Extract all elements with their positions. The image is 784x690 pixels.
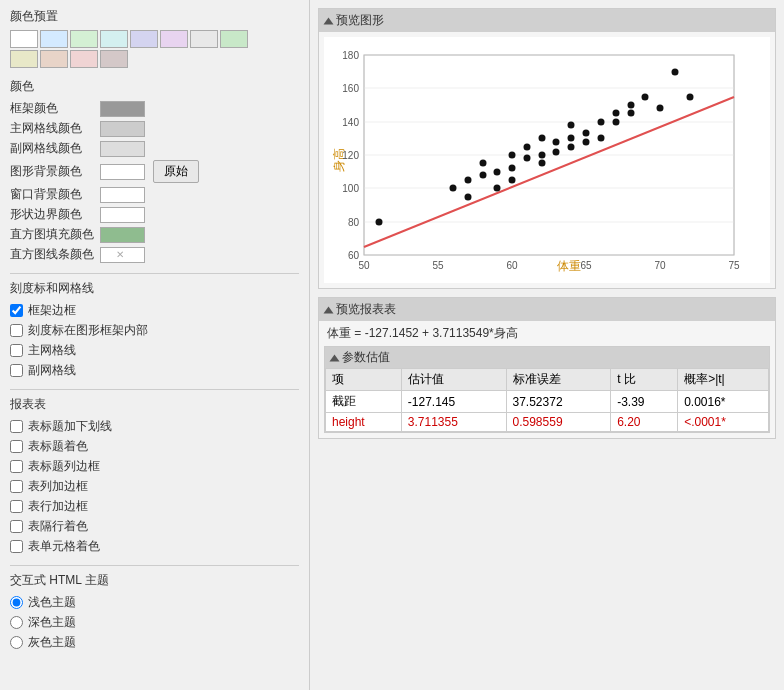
chart-container: 身高 体重 180 160 140 bbox=[324, 37, 770, 283]
checkbox-label-alternating: 表隔行着色 bbox=[28, 518, 88, 535]
checkbox-ticks-inside[interactable] bbox=[10, 324, 23, 337]
color-box-frame[interactable] bbox=[100, 101, 145, 117]
checkbox-row-frame-border: 框架边框 bbox=[10, 302, 299, 319]
color-swatch[interactable] bbox=[70, 50, 98, 68]
radio-light-theme[interactable] bbox=[10, 596, 23, 609]
svg-point-48 bbox=[628, 110, 635, 117]
col-header-name: 项 bbox=[326, 369, 402, 391]
svg-point-27 bbox=[494, 185, 501, 192]
checkbox-row-title-underline: 表标题加下划线 bbox=[10, 418, 299, 435]
color-swatch[interactable] bbox=[190, 30, 218, 48]
collapse-chart-icon[interactable] bbox=[324, 17, 334, 24]
checkbox-title-col-border[interactable] bbox=[10, 460, 23, 473]
svg-text:180: 180 bbox=[342, 50, 359, 61]
color-presets-title: 颜色预置 bbox=[10, 8, 299, 25]
color-swatch[interactable] bbox=[70, 30, 98, 48]
svg-point-40 bbox=[568, 135, 575, 142]
checkbox-label-row-border: 表行加边框 bbox=[28, 498, 88, 515]
color-box-hist-fill[interactable] bbox=[100, 227, 145, 243]
color-swatch[interactable] bbox=[10, 30, 38, 48]
color-box-window-bg[interactable] bbox=[100, 187, 145, 203]
svg-point-50 bbox=[642, 94, 649, 101]
color-swatch[interactable] bbox=[40, 30, 68, 48]
preview-table-header: 预览报表表 bbox=[319, 298, 775, 321]
svg-point-43 bbox=[583, 130, 590, 137]
cell-estimate-intercept: -127.145 bbox=[401, 391, 506, 413]
color-box-shape-border[interactable] bbox=[100, 207, 145, 223]
color-swatch[interactable] bbox=[10, 50, 38, 68]
color-swatch[interactable] bbox=[160, 30, 188, 48]
col-header-se: 标准误差 bbox=[506, 369, 611, 391]
svg-point-37 bbox=[553, 149, 560, 156]
color-box-graph-bg[interactable] bbox=[100, 164, 145, 180]
cell-estimate-height: 3.711355 bbox=[401, 413, 506, 432]
right-panel: 预览图形 身高 体重 180 160 bbox=[310, 0, 784, 690]
collapse-params-icon[interactable] bbox=[330, 354, 340, 361]
checkbox-label-major-grid: 主网格线 bbox=[28, 342, 76, 359]
checkbox-frame-border[interactable] bbox=[10, 304, 23, 317]
svg-point-30 bbox=[509, 165, 516, 172]
svg-point-49 bbox=[628, 102, 635, 109]
color-swatch[interactable] bbox=[130, 30, 158, 48]
checkbox-label-title-color: 表标题着色 bbox=[28, 438, 88, 455]
params-title: 参数估值 bbox=[342, 349, 390, 366]
color-label-hist-line: 直方图线条颜色 bbox=[10, 246, 100, 263]
tickmarks-title: 刻度标和网格线 bbox=[10, 280, 299, 297]
color-swatch[interactable] bbox=[40, 50, 68, 68]
svg-text:70: 70 bbox=[654, 260, 666, 271]
svg-text:60: 60 bbox=[506, 260, 518, 271]
svg-point-38 bbox=[553, 139, 560, 146]
checkbox-alternating[interactable] bbox=[10, 520, 23, 533]
color-label-graph-bg: 图形背景颜色 bbox=[10, 163, 100, 180]
checkbox-title-underline[interactable] bbox=[10, 420, 23, 433]
checkbox-cell-color[interactable] bbox=[10, 540, 23, 553]
color-swatch[interactable] bbox=[100, 30, 128, 48]
color-box-minor-grid[interactable] bbox=[100, 141, 145, 157]
checkbox-row-major-grid: 主网格线 bbox=[10, 342, 299, 359]
color-row-shape-border: 形状边界颜色 bbox=[10, 206, 299, 223]
color-box-hist-line[interactable] bbox=[100, 247, 145, 263]
checkbox-minor-grid[interactable] bbox=[10, 364, 23, 377]
svg-point-21 bbox=[376, 219, 383, 226]
preview-table-block: 预览报表表 体重 = -127.1452 + 3.7113549*身高 参数估值… bbox=[318, 297, 776, 439]
html-theme-title: 交互式 HTML 主题 bbox=[10, 572, 299, 589]
reset-button[interactable]: 原始 bbox=[153, 160, 199, 183]
svg-point-26 bbox=[480, 160, 487, 167]
report-table-section: 报表表 表标题加下划线 表标题着色 表标题列边框 表列加边框 表行加边框 表隔行… bbox=[10, 396, 299, 555]
radio-gray-theme[interactable] bbox=[10, 636, 23, 649]
svg-text:65: 65 bbox=[580, 260, 592, 271]
color-swatch[interactable] bbox=[100, 50, 128, 68]
color-label-window-bg: 窗口背景颜色 bbox=[10, 186, 100, 203]
svg-point-22 bbox=[450, 185, 457, 192]
color-label-shape-border: 形状边界颜色 bbox=[10, 206, 100, 223]
left-panel: 颜色预置 颜色 框架颜色 主网格线颜色 副网格线颜色 bbox=[0, 0, 310, 690]
color-row-frame: 框架颜色 bbox=[10, 100, 299, 117]
svg-point-25 bbox=[480, 172, 487, 179]
checkbox-col-border[interactable] bbox=[10, 480, 23, 493]
checkbox-label-title-underline: 表标题加下划线 bbox=[28, 418, 112, 435]
color-box-major-grid[interactable] bbox=[100, 121, 145, 137]
checkbox-row-col-border: 表列加边框 bbox=[10, 478, 299, 495]
color-swatch[interactable] bbox=[220, 30, 248, 48]
cell-p-height: <.0001* bbox=[678, 413, 769, 432]
checkbox-title-color[interactable] bbox=[10, 440, 23, 453]
color-label-minor-grid: 副网格线颜色 bbox=[10, 140, 100, 157]
svg-text:80: 80 bbox=[348, 217, 360, 228]
report-table-title: 报表表 bbox=[10, 396, 299, 413]
params-header: 参数估值 bbox=[325, 347, 769, 368]
cell-se-height: 0.598559 bbox=[506, 413, 611, 432]
color-label-frame: 框架颜色 bbox=[10, 100, 100, 117]
svg-text:160: 160 bbox=[342, 83, 359, 94]
checkbox-row-border[interactable] bbox=[10, 500, 23, 513]
svg-point-36 bbox=[539, 135, 546, 142]
radio-dark-theme[interactable] bbox=[10, 616, 23, 629]
svg-point-42 bbox=[583, 139, 590, 146]
checkbox-major-grid[interactable] bbox=[10, 344, 23, 357]
checkbox-label-col-border: 表列加边框 bbox=[28, 478, 88, 495]
collapse-table-icon[interactable] bbox=[324, 306, 334, 313]
colors-section: 颜色 框架颜色 主网格线颜色 副网格线颜色 图形背景颜色 原始 窗口背景颜色 形… bbox=[10, 78, 299, 263]
checkbox-row-minor-grid: 副网格线 bbox=[10, 362, 299, 379]
svg-point-45 bbox=[598, 119, 605, 126]
svg-text:75: 75 bbox=[728, 260, 740, 271]
html-theme-section: 交互式 HTML 主题 浅色主题 深色主题 灰色主题 bbox=[10, 572, 299, 651]
